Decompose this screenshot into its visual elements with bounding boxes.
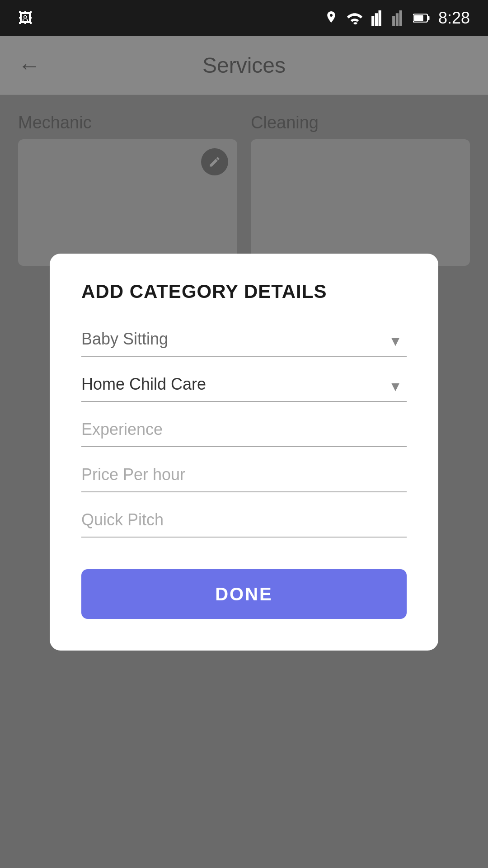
svg-rect-1 [427, 16, 429, 20]
category-select-display[interactable]: Baby Sitting [81, 330, 407, 349]
experience-form-group [81, 420, 407, 447]
subcategory-select-wrapper[interactable]: Home Child Care ▼ [81, 375, 407, 402]
quick-pitch-form-group [81, 510, 407, 538]
category-select-wrapper[interactable]: Baby Sitting ▼ [81, 330, 407, 357]
modal-title: ADD CATEGORY DETAILS [81, 281, 407, 302]
wifi-icon [346, 12, 363, 24]
status-bar: 🖼 8:28 [0, 0, 488, 36]
add-category-modal: ADD CATEGORY DETAILS Baby Sitting ▼ Home… [50, 254, 438, 651]
status-bar-left: 🖼 [18, 10, 33, 27]
quick-pitch-input[interactable] [81, 510, 407, 538]
subcategory-select-display[interactable]: Home Child Care [81, 375, 407, 394]
signal-outline-icon [392, 10, 405, 26]
location-icon [324, 10, 338, 26]
subcategory-form-group: Home Child Care ▼ [81, 375, 407, 402]
photo-icon: 🖼 [18, 10, 33, 27]
price-form-group [81, 465, 407, 492]
svg-rect-2 [414, 15, 423, 21]
category-form-group: Baby Sitting ▼ [81, 330, 407, 357]
app-background: ← Services Mechanic Cleaning ADD CATEGOR… [0, 36, 488, 868]
experience-input[interactable] [81, 420, 407, 447]
signal-filled-icon [371, 10, 384, 26]
status-time: 8:28 [438, 9, 470, 28]
modal-overlay: ADD CATEGORY DETAILS Baby Sitting ▼ Home… [0, 36, 488, 868]
price-input[interactable] [81, 465, 407, 492]
battery-icon [413, 12, 430, 24]
done-button[interactable]: DONE [81, 569, 407, 619]
status-bar-right: 8:28 [324, 9, 470, 28]
